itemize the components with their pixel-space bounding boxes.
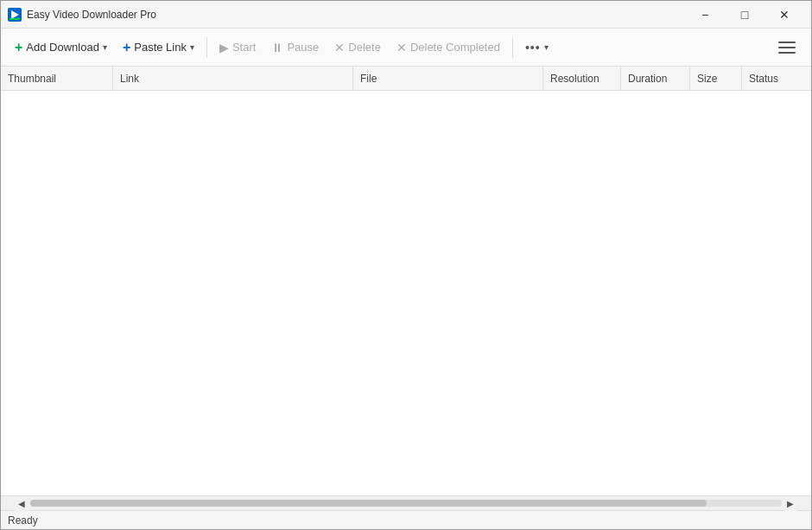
pause-icon: ⏸ [271, 41, 283, 54]
add-download-icon: + [15, 40, 22, 55]
start-label: Start [232, 41, 256, 54]
more-icon: ••• [525, 41, 541, 54]
hamburger-line-1 [778, 42, 796, 43]
close-button[interactable]: ✕ [764, 1, 804, 29]
toolbar: + Add Download ▾ + Paste Link ▾ ▶ Start … [1, 29, 811, 67]
download-list[interactable] [1, 91, 811, 495]
table-header: Thumbnail Link File Resolution Duration … [1, 67, 811, 91]
col-header-thumbnail[interactable]: Thumbnail [1, 67, 113, 90]
more-options-button[interactable]: ••• ▾ [518, 34, 555, 61]
scrollbar-track[interactable] [30, 500, 782, 507]
horizontal-scrollbar[interactable]: ◀ ▶ [1, 495, 811, 510]
pause-label: Pause [287, 41, 319, 54]
delete-completed-button[interactable]: ✕ Delete Completed [390, 34, 507, 61]
scrollbar-thumb[interactable] [30, 500, 707, 507]
start-icon: ▶ [219, 41, 229, 54]
more-arrow: ▾ [544, 42, 549, 52]
app-title: Easy Video Downloader Pro [27, 9, 685, 21]
add-download-button[interactable]: + Add Download ▾ [8, 34, 114, 61]
maximize-button[interactable]: □ [725, 1, 764, 29]
col-header-size[interactable]: Size [690, 67, 742, 90]
paste-link-icon: + [123, 40, 130, 55]
col-header-file[interactable]: File [353, 67, 543, 90]
paste-link-label: Paste Link [134, 41, 187, 54]
scroll-right-arrow[interactable]: ▶ [783, 496, 797, 511]
col-header-resolution[interactable]: Resolution [543, 67, 621, 90]
paste-link-button[interactable]: + Paste Link ▾ [116, 34, 201, 61]
status-bar: Ready [1, 510, 811, 529]
separator-2 [512, 37, 513, 58]
status-text: Ready [8, 514, 38, 527]
add-download-label: Add Download [26, 41, 99, 54]
delete-label: Delete [348, 41, 381, 54]
col-header-status[interactable]: Status [742, 67, 811, 90]
col-header-link[interactable]: Link [113, 67, 353, 90]
pause-button[interactable]: ⏸ Pause [264, 34, 326, 61]
scroll-left-arrow[interactable]: ◀ [15, 496, 29, 511]
delete-button[interactable]: ✕ Delete [327, 34, 388, 61]
start-button[interactable]: ▶ Start [213, 34, 263, 61]
window-controls: − □ ✕ [685, 1, 804, 29]
delete-completed-icon: ✕ [396, 41, 407, 54]
separator-1 [206, 37, 207, 58]
delete-icon: ✕ [334, 41, 345, 54]
paste-link-arrow: ▾ [190, 42, 194, 52]
delete-completed-label: Delete Completed [410, 41, 500, 54]
svg-rect-2 [10, 18, 20, 20]
hamburger-line-2 [778, 47, 796, 48]
app-icon [8, 8, 22, 22]
minimize-button[interactable]: − [685, 1, 725, 29]
title-bar: Easy Video Downloader Pro − □ ✕ [1, 1, 811, 29]
add-download-arrow: ▾ [103, 42, 107, 52]
hamburger-menu-button[interactable] [770, 35, 804, 61]
hamburger-line-3 [778, 52, 796, 54]
col-header-duration[interactable]: Duration [621, 67, 690, 90]
